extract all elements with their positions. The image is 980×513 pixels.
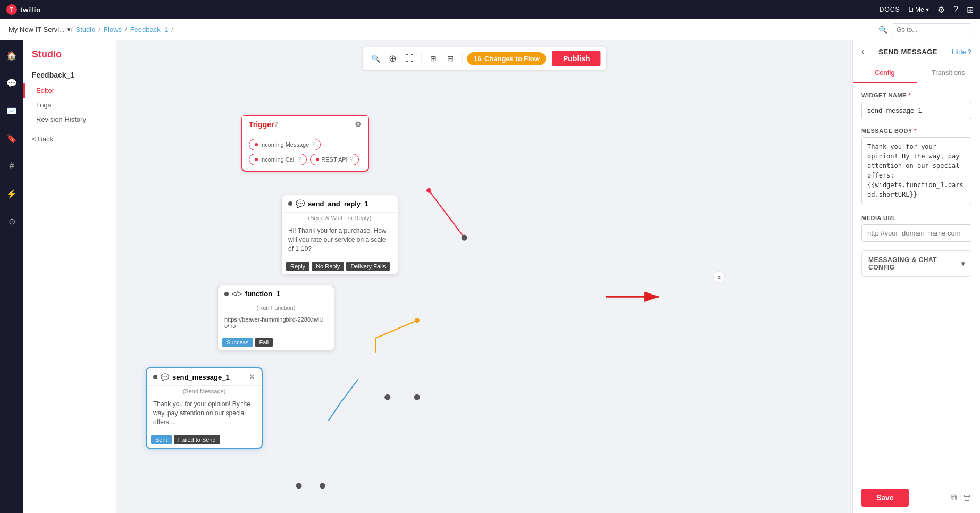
messaging-chat-config-label: MESSAGING & CHAT CONFIG	[868, 256, 961, 271]
twilio-wordmark: twilio	[20, 6, 41, 14]
right-panel-hide-button[interactable]: Hide ?	[952, 48, 971, 56]
nav-sub-title: Feedback_1	[23, 66, 116, 83]
grid-icon[interactable]: ⊞	[967, 5, 974, 15]
media-url-input[interactable]	[861, 224, 971, 242]
trigger-node: Trigger ? ⚙ Incoming Message ? Incoming …	[241, 115, 369, 172]
right-panel-hide-question: ?	[968, 48, 971, 56]
function-action-success[interactable]: Success	[222, 338, 253, 347]
breadcrumb-studio[interactable]: Studio	[76, 26, 96, 33]
top-nav-left: T twilio	[6, 4, 41, 15]
trigger-rest-api-btn[interactable]: REST API ?	[310, 154, 359, 165]
sidebar-home-icon[interactable]: 🏠	[3, 47, 20, 64]
copy-icon[interactable]: ⧉	[951, 493, 957, 502]
tab-transitions[interactable]: Transitions	[917, 63, 981, 83]
function-node: </> function_1 (Run Function) https://be…	[217, 285, 334, 351]
send-reply-action-reply[interactable]: Reply	[286, 262, 309, 271]
send-msg-action-failed[interactable]: Failed to Send	[174, 435, 220, 444]
breadcrumb-feedback[interactable]: Feedback_1	[130, 26, 169, 33]
toolbar-table-icon[interactable]: ⊟	[443, 51, 458, 66]
toolbar-divider-1	[421, 53, 422, 64]
sidebar-flow-icon[interactable]: ⚡	[3, 185, 20, 202]
trigger-rest-api-label: REST API	[321, 156, 347, 163]
help-icon[interactable]: ?	[953, 5, 958, 14]
top-nav-right: DOCS Li Me ▾ ⚙ ? ⊞	[880, 5, 974, 15]
function-icon: </>	[232, 290, 242, 298]
toolbar-search-icon[interactable]: 🔍	[368, 51, 383, 66]
workspace-chevron: ▾	[67, 26, 71, 33]
send-msg-action-sent[interactable]: Sent	[151, 435, 172, 444]
function-title: function_1	[245, 290, 280, 298]
search-icon[interactable]: 🔍	[878, 26, 887, 34]
sidebar-hash-icon[interactable]: #	[3, 157, 20, 174]
publish-button[interactable]: Publish	[552, 51, 601, 66]
global-search-input[interactable]	[892, 23, 971, 36]
trigger-call-question: ?	[298, 156, 301, 163]
trigger-incoming-call-btn[interactable]: Incoming Call ?	[249, 154, 307, 165]
send-message-node: 💬 send_message_1 ✕ (Send Message) Thank …	[146, 367, 263, 449]
tab-config[interactable]: Config	[853, 63, 917, 83]
panel-collapse-toggle[interactable]: «	[713, 271, 725, 283]
trigger-gear-icon[interactable]: ⚙	[355, 120, 362, 129]
breadcrumb-flows[interactable]: Flows	[104, 26, 122, 33]
widget-name-label: WIDGET NAME *	[861, 92, 971, 98]
sidebar-mail-icon[interactable]: ✉️	[3, 102, 20, 119]
messaging-chat-config-chevron: ▾	[961, 260, 965, 267]
send-reply-title: send_and_reply_1	[308, 200, 368, 208]
panel-tabs: Config Transitions	[853, 63, 980, 83]
media-url-label: MEDIA URL	[861, 215, 971, 221]
nav-item-editor[interactable]: Editor	[23, 83, 116, 98]
second-navigation: My New IT Servi... ▾ / Studio / Flows / …	[0, 19, 980, 40]
send-reply-node: 💬 send_and_reply_1 (Send & Wait For Repl…	[281, 195, 398, 275]
send-msg-icon: 💬	[161, 373, 169, 381]
message-body-textarea[interactable]: Thank you for your opinion! By the way, …	[861, 137, 971, 204]
twilio-logo: T twilio	[6, 4, 41, 15]
messaging-chat-config-header[interactable]: MESSAGING & CHAT CONFIG ▾	[862, 251, 971, 276]
right-panel-hide-label: Hide	[952, 48, 966, 56]
nav-back-button[interactable]: < Back	[23, 127, 116, 152]
flow-canvas: Trigger ? ⚙ Incoming Message ? Incoming …	[138, 72, 852, 513]
user-menu[interactable]: Li Me ▾	[908, 6, 929, 13]
changes-label: Changes to Flow	[484, 55, 540, 63]
settings-icon[interactable]: ⚙	[937, 5, 945, 15]
toolbar-zoom-icon[interactable]: ⊕	[385, 51, 400, 66]
send-reply-header: 💬 send_and_reply_1	[282, 195, 398, 213]
trigger-api-dot	[316, 158, 319, 161]
svg-line-0	[429, 190, 465, 238]
canvas-area: 🔍 ⊕ ⛶ ⊞ ⊟ 16 Changes to Flow Publish	[116, 40, 852, 513]
nav-item-revision-history[interactable]: Revision History	[23, 112, 116, 127]
right-panel-title: SEND MESSAGE	[878, 48, 937, 56]
sidebar-bookmark-icon[interactable]: 🔖	[3, 130, 20, 147]
trigger-btn-dot	[255, 143, 258, 146]
save-button[interactable]: Save	[861, 489, 909, 507]
function-actions: Success Fail	[218, 334, 334, 350]
sidebar-chat-icon[interactable]: 💬	[3, 74, 20, 91]
send-reply-action-no-reply[interactable]: No Reply	[312, 262, 344, 271]
panel-footer: Save ⧉ 🗑	[853, 482, 980, 513]
send-msg-dot	[153, 375, 157, 379]
trigger-incoming-message-btn[interactable]: Incoming Message ?	[249, 139, 321, 150]
nav-item-logs[interactable]: Logs	[23, 98, 116, 112]
breadcrumb-sep3: /	[125, 26, 127, 33]
svg-point-2	[462, 235, 467, 241]
send-reply-action-delivery-fails[interactable]: Delivery Fails	[346, 262, 390, 271]
send-msg-close-btn[interactable]: ✕	[249, 373, 255, 381]
function-action-fail[interactable]: Fail	[255, 338, 273, 347]
svg-point-6	[320, 483, 325, 489]
changes-badge[interactable]: 16 Changes to Flow	[467, 52, 546, 65]
right-panel-back-button[interactable]: ‹	[861, 47, 864, 56]
workspace-selector[interactable]: My New IT Servi... ▾	[9, 26, 71, 33]
send-reply-subtitle: (Send & Wait For Reply)	[282, 213, 398, 223]
svg-point-8	[414, 394, 420, 400]
trigger-title: Trigger	[249, 120, 274, 129]
toolbar-divider-2	[462, 53, 463, 64]
svg-point-5	[296, 483, 302, 489]
toolbar-grid-icon[interactable]: ⊞	[426, 51, 441, 66]
docs-link[interactable]: DOCS	[880, 6, 900, 13]
trigger-call-dot	[255, 158, 258, 161]
widget-name-input[interactable]	[861, 102, 971, 119]
changes-count: 16	[473, 55, 481, 63]
breadcrumb-sep1: /	[71, 26, 73, 33]
toolbar-expand-icon[interactable]: ⛶	[402, 51, 417, 66]
sidebar-more-icon[interactable]: ⊙	[3, 213, 20, 230]
delete-icon[interactable]: 🗑	[963, 493, 971, 502]
